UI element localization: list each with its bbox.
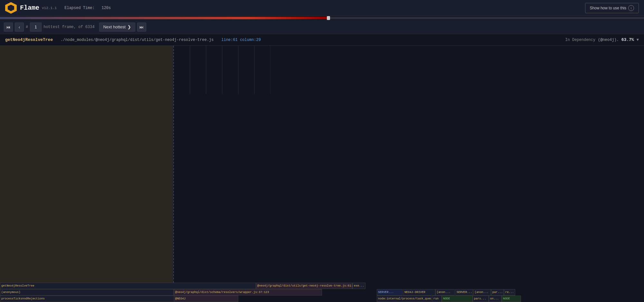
progress-track [0, 17, 644, 19]
dependency-label: In Dependency [565, 38, 595, 42]
frame-description: hottest frame, of 6334 [43, 25, 94, 29]
frame-getNeo4jResolveTree[interactable]: getNeo4jResolveTree [0, 283, 256, 289]
frame-node-label2[interactable]: NODE [502, 296, 521, 302]
app-version: v12.1.1 [42, 6, 57, 10]
frame-task-queues[interactable]: node:internal/process/task_queues:67:35 [377, 296, 431, 302]
frame-on[interactable]: on... [489, 296, 502, 302]
frame-neo4j-driver[interactable]: NEO4J-DRIVER [403, 289, 435, 296]
progress-fill [0, 17, 328, 19]
frame-exe1[interactable]: exe... [353, 283, 365, 289]
frame-anon2[interactable]: (anon... [473, 289, 491, 296]
frame-server2[interactable]: SERVER... [455, 289, 473, 296]
frame-resolve-path[interactable]: @neo4j/graphql/dist/utils/get-neo4j-reso… [256, 283, 353, 289]
frame-run[interactable]: run [432, 296, 442, 302]
frame-wrapper[interactable]: @neo4j/graphql/dist/schema/resolvers/wra… [174, 289, 322, 296]
prev-button[interactable]: ‹ [15, 23, 24, 32]
function-path: ./node_modules/@neo4j/graphql/dist/utils… [61, 38, 213, 42]
expand-icon[interactable]: ▼ [637, 38, 639, 42]
next-hottest-button[interactable]: Next hottest ❯ [99, 23, 135, 32]
frame-par1[interactable]: par... [491, 289, 504, 296]
skip-last-button[interactable]: ⏭ [137, 23, 146, 32]
info-bar: getNeo4jResolveTree ./node_modules/@neo4… [0, 34, 644, 46]
frame-number-input[interactable] [30, 23, 42, 32]
app-header: Flame v12.1.1 Elapsed Time: 120s Show ho… [0, 0, 644, 16]
function-meta: In Dependency (@neo4j). 63.7% ▼ [565, 37, 639, 42]
percentage-value: 63.7% [621, 37, 634, 42]
chevron-right-icon: ❯ [128, 24, 131, 29]
flame-chart-svg[interactable]: G... ge... exe... NO... send EXPR... (an… [174, 46, 270, 94]
frame-re1[interactable]: re... [504, 289, 515, 296]
hash-label: # [26, 25, 28, 29]
app-logo [5, 2, 17, 14]
function-name: getNeo4jResolveTree [5, 37, 53, 42]
logo-inner [8, 5, 14, 11]
frame-server[interactable]: SERVER... [377, 289, 402, 296]
function-location: line:61 column:29 [222, 38, 261, 42]
frame-node-label[interactable]: NODE [442, 296, 473, 302]
info-icon: i [628, 5, 634, 11]
frame-pars[interactable]: pars... [473, 296, 489, 302]
app-title: Flame [20, 4, 39, 12]
frame-anon1[interactable]: (anon... [435, 289, 455, 296]
frame-neo4j-label[interactable]: @NEO4J [174, 296, 238, 302]
flame-chart-area[interactable]: G... ge... exe... NO... send EXPR... (an… [0, 46, 644, 302]
show-howto-button[interactable]: Show how to use this i [585, 3, 639, 13]
dependency-name: (@neo4j). [598, 38, 619, 42]
selected-frame-block[interactable] [0, 46, 173, 283]
frame-anonymous[interactable]: (anonymous) [0, 289, 174, 296]
bottom-frames-container: getNeo4jResolveTree @neo4j/graphql/dist/… [0, 283, 644, 302]
progress-bar-row[interactable] [0, 16, 644, 20]
progress-thumb[interactable] [327, 16, 330, 20]
elapsed-time: Elapsed Time: 120s [64, 6, 111, 10]
nav-row: ⏮ ‹ # hottest frame, of 6334 Next hottes… [0, 20, 644, 34]
skip-first-button[interactable]: ⏮ [4, 23, 13, 32]
